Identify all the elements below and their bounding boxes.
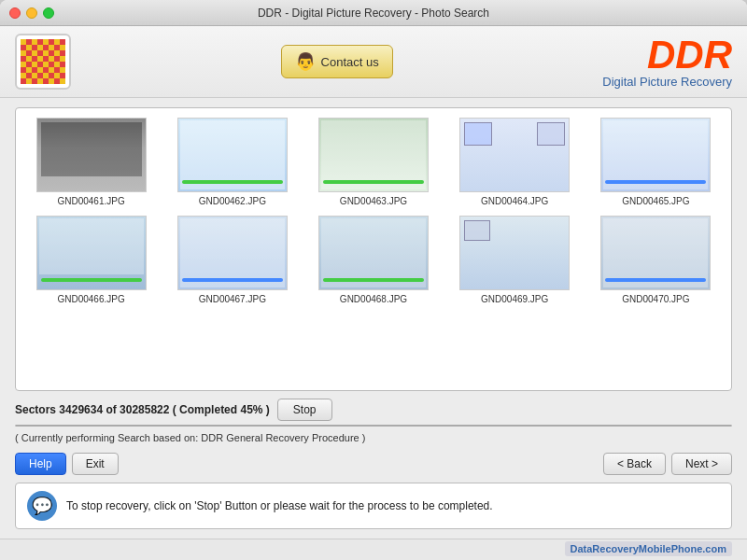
photo-label-464: GND00464.JPG	[481, 196, 548, 206]
progress-area: Sectors 3429634 of 30285822 ( Completed …	[15, 399, 732, 445]
list-item: GND00464.JPG	[449, 118, 581, 206]
thumb-image	[601, 119, 710, 191]
thumb-image	[460, 217, 569, 289]
photo-thumb-463[interactable]	[318, 118, 429, 192]
back-button[interactable]: < Back	[603, 453, 666, 475]
close-button[interactable]	[9, 7, 21, 19]
window-title: DDR - Digital Picture Recovery - Photo S…	[258, 7, 489, 20]
photo-thumb-468[interactable]	[318, 216, 429, 290]
brand-ddr-text: DDR	[602, 35, 732, 75]
photo-grid-container: GND00461.JPG GND00462.JPG	[15, 107, 732, 391]
thumb-image	[601, 217, 710, 289]
photo-thumb-467[interactable]	[177, 216, 288, 290]
contact-icon: 👨	[295, 51, 316, 72]
photo-thumb-461[interactable]	[36, 118, 147, 192]
photo-label-462: GND00462.JPG	[199, 196, 266, 206]
help-button[interactable]: Help	[15, 453, 66, 475]
list-item: GND00463.JPG	[307, 118, 439, 206]
info-message: To stop recovery, click on 'Stop' Button…	[66, 499, 493, 512]
contact-us-button[interactable]: 👨 Contact us	[281, 45, 393, 78]
photo-thumb-466[interactable]	[36, 216, 147, 290]
photo-thumb-470[interactable]	[600, 216, 711, 290]
maximize-button[interactable]	[43, 7, 54, 19]
thumb-progress-bar	[323, 180, 424, 184]
watermark-text: DataRecoveryMobilePhone.com	[565, 541, 733, 556]
list-item: GND00468.JPG	[307, 216, 439, 304]
brand-subtitle-text: Digital Picture Recovery	[602, 75, 732, 89]
thumb-image	[178, 119, 287, 191]
photo-label-465: GND00465.JPG	[622, 196, 689, 206]
photo-label-466: GND00466.JPG	[57, 294, 124, 304]
title-bar: DDR - Digital Picture Recovery - Photo S…	[0, 0, 747, 26]
thumb-image	[460, 119, 569, 191]
photo-label-467: GND00467.JPG	[199, 294, 266, 304]
photo-label-469: GND00469.JPG	[481, 294, 548, 304]
thumb-progress-bar	[41, 278, 142, 282]
list-item: GND00465.JPG	[590, 118, 722, 206]
info-box: 💬 To stop recovery, click on 'Stop' Butt…	[15, 483, 732, 529]
photo-thumb-465[interactable]	[600, 118, 711, 192]
main-window: DDR - Digital Picture Recovery - Photo S…	[0, 0, 747, 560]
thumb-image	[37, 217, 146, 289]
contact-label: Contact us	[321, 55, 379, 69]
info-icon: 💬	[27, 491, 57, 521]
list-item: GND00466.JPG	[25, 216, 157, 304]
list-item: GND00467.JPG	[166, 216, 298, 304]
photo-thumb-462[interactable]	[177, 118, 288, 192]
list-item: GND00461.JPG	[25, 118, 157, 206]
thumb-image	[178, 217, 287, 289]
photo-label-468: GND00468.JPG	[340, 294, 407, 304]
thumb-image	[37, 119, 146, 191]
thumb-image	[319, 217, 428, 289]
progress-bar-container	[15, 425, 732, 427]
thumb-image	[319, 119, 428, 191]
photo-label-463: GND00463.JPG	[340, 196, 407, 206]
list-item: GND00462.JPG	[166, 118, 298, 206]
thumb-progress-bar	[605, 180, 706, 184]
minimize-button[interactable]	[26, 7, 37, 19]
thumb-progress-bar	[182, 278, 283, 282]
main-content: GND00461.JPG GND00462.JPG	[0, 98, 747, 539]
stop-button[interactable]: Stop	[277, 399, 332, 421]
progress-row: Sectors 3429634 of 30285822 ( Completed …	[15, 399, 732, 421]
photo-grid: GND00461.JPG GND00462.JPG	[25, 118, 722, 304]
app-header: 👨 Contact us DDR Digital Picture Recover…	[0, 26, 747, 98]
exit-button[interactable]: Exit	[72, 453, 119, 475]
watermark-bar: DataRecoveryMobilePhone.com	[0, 539, 747, 560]
traffic-lights	[0, 7, 54, 19]
photo-label-461: GND00461.JPG	[57, 196, 124, 206]
thumb-progress-bar	[323, 278, 424, 282]
photo-label-470: GND00470.JPG	[622, 294, 689, 304]
list-item: GND00470.JPG	[590, 216, 722, 304]
app-logo	[15, 34, 71, 90]
photo-thumb-469[interactable]	[459, 216, 570, 290]
thumb-progress-bar	[182, 180, 283, 184]
thumb-progress-bar	[605, 278, 706, 282]
photo-thumb-464[interactable]	[459, 118, 570, 192]
list-item: GND00469.JPG	[449, 216, 581, 304]
nav-row: Help Exit < Back Next >	[15, 453, 732, 475]
brand-area: DDR Digital Picture Recovery	[602, 35, 732, 89]
next-button[interactable]: Next >	[671, 453, 732, 475]
checkerboard-icon	[21, 39, 65, 84]
progress-text: Sectors 3429634 of 30285822 ( Completed …	[15, 403, 270, 416]
status-text: ( Currently performing Search based on: …	[15, 430, 732, 445]
